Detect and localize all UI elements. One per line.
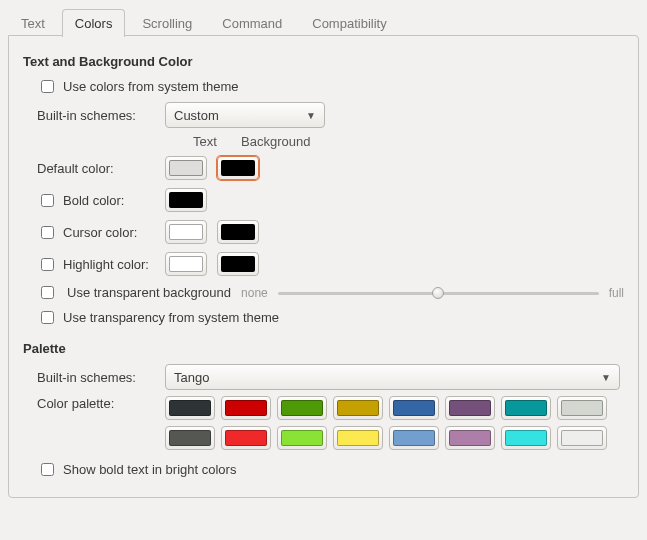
transparency-system-checkbox[interactable] xyxy=(41,311,54,324)
swatch xyxy=(281,400,323,416)
swatch xyxy=(225,400,267,416)
palette-schemes-value: Tango xyxy=(174,370,209,385)
tab-command-label: Command xyxy=(222,16,282,31)
show-bold-bright-label: Show bold text in bright colors xyxy=(63,462,236,477)
swatch xyxy=(221,160,255,176)
tab-command[interactable]: Command xyxy=(209,9,295,37)
cursor-bg-color-button[interactable] xyxy=(217,220,259,244)
column-header-text: Text xyxy=(179,134,231,149)
text-bg-section-title: Text and Background Color xyxy=(23,54,624,69)
palette-schemes-select[interactable]: Tango ▼ xyxy=(165,364,620,390)
palette-color-9[interactable] xyxy=(221,426,271,450)
column-header-background: Background xyxy=(241,134,319,149)
slider-label-full: full xyxy=(609,286,624,300)
default-text-color-button[interactable] xyxy=(165,156,207,180)
palette-color-6[interactable] xyxy=(501,396,551,420)
chevron-down-icon: ▼ xyxy=(601,372,611,383)
transparent-bg-label: Use transparent background xyxy=(67,285,231,300)
palette-color-12[interactable] xyxy=(389,426,439,450)
palette-color-8[interactable] xyxy=(165,426,215,450)
cursor-color-checkbox[interactable] xyxy=(41,226,54,239)
palette-color-5[interactable] xyxy=(445,396,495,420)
builtin-schemes-value: Custom xyxy=(174,108,219,123)
palette-color-4[interactable] xyxy=(389,396,439,420)
swatch xyxy=(337,430,379,446)
palette-color-13[interactable] xyxy=(445,426,495,450)
tab-colors[interactable]: Colors xyxy=(62,9,126,37)
palette-color-15[interactable] xyxy=(557,426,607,450)
tab-scrolling-label: Scrolling xyxy=(142,16,192,31)
highlight-color-label: Highlight color: xyxy=(63,257,149,272)
tab-compatibility[interactable]: Compatibility xyxy=(299,9,399,37)
palette-color-10[interactable] xyxy=(277,426,327,450)
bold-color-checkbox[interactable] xyxy=(41,194,54,207)
tab-colors-label: Colors xyxy=(75,16,113,31)
use-system-colors-label: Use colors from system theme xyxy=(63,79,239,94)
highlight-text-color-button[interactable] xyxy=(165,252,207,276)
transparency-slider[interactable] xyxy=(278,285,599,301)
tab-bar: Text Colors Scrolling Command Compatibil… xyxy=(0,0,647,36)
swatch xyxy=(169,256,203,272)
palette-color-7[interactable] xyxy=(557,396,607,420)
swatch xyxy=(393,430,435,446)
default-bg-color-button[interactable] xyxy=(217,156,259,180)
bold-color-label: Bold color: xyxy=(63,193,124,208)
swatch xyxy=(225,430,267,446)
default-color-label: Default color: xyxy=(37,161,165,176)
use-system-colors-checkbox[interactable] xyxy=(41,80,54,93)
colors-panel: Text and Background Color Use colors fro… xyxy=(8,35,639,498)
palette-grid xyxy=(165,396,607,450)
cursor-text-color-button[interactable] xyxy=(165,220,207,244)
swatch xyxy=(169,224,203,240)
swatch xyxy=(221,256,255,272)
show-bold-bright-checkbox[interactable] xyxy=(41,463,54,476)
swatch xyxy=(393,400,435,416)
highlight-color-checkbox[interactable] xyxy=(41,258,54,271)
chevron-down-icon: ▼ xyxy=(306,110,316,121)
swatch xyxy=(449,430,491,446)
color-palette-label: Color palette: xyxy=(37,396,165,411)
slider-label-none: none xyxy=(241,286,268,300)
swatch xyxy=(561,430,603,446)
swatch xyxy=(505,400,547,416)
palette-schemes-label: Built-in schemes: xyxy=(37,370,165,385)
highlight-bg-color-button[interactable] xyxy=(217,252,259,276)
transparent-bg-checkbox[interactable] xyxy=(41,286,54,299)
swatch xyxy=(169,430,211,446)
palette-color-3[interactable] xyxy=(333,396,383,420)
builtin-schemes-label: Built-in schemes: xyxy=(37,108,165,123)
palette-color-1[interactable] xyxy=(221,396,271,420)
swatch xyxy=(169,160,203,176)
swatch xyxy=(221,224,255,240)
swatch xyxy=(449,400,491,416)
transparency-system-label: Use transparency from system theme xyxy=(63,310,279,325)
tab-compatibility-label: Compatibility xyxy=(312,16,386,31)
palette-color-2[interactable] xyxy=(277,396,327,420)
cursor-color-label: Cursor color: xyxy=(63,225,137,240)
swatch xyxy=(337,400,379,416)
tab-text[interactable]: Text xyxy=(8,9,58,37)
swatch xyxy=(169,192,203,208)
swatch xyxy=(281,430,323,446)
palette-section-title: Palette xyxy=(23,341,624,356)
swatch xyxy=(561,400,603,416)
tab-scrolling[interactable]: Scrolling xyxy=(129,9,205,37)
builtin-schemes-select[interactable]: Custom ▼ xyxy=(165,102,325,128)
bold-color-button[interactable] xyxy=(165,188,207,212)
palette-color-14[interactable] xyxy=(501,426,551,450)
swatch xyxy=(169,400,211,416)
slider-thumb[interactable] xyxy=(432,287,444,299)
palette-color-11[interactable] xyxy=(333,426,383,450)
tab-text-label: Text xyxy=(21,16,45,31)
palette-color-0[interactable] xyxy=(165,396,215,420)
swatch xyxy=(505,430,547,446)
